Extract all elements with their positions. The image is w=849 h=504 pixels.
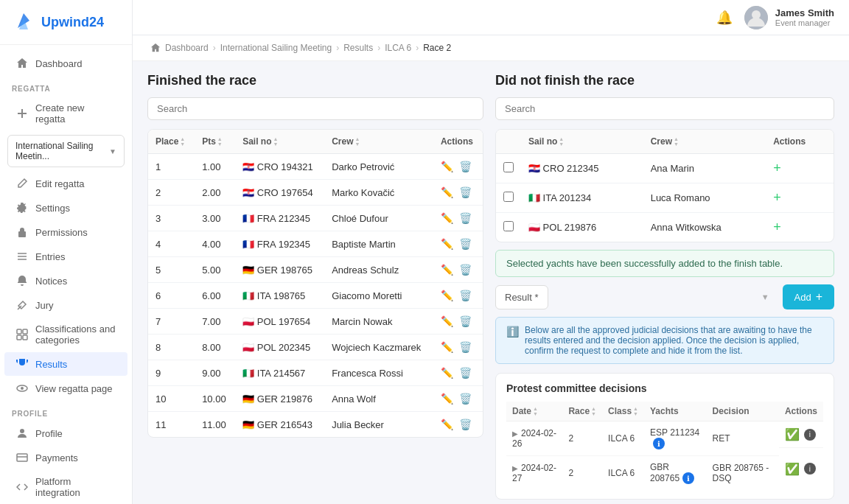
cell-actions: ✏️ 🗑️ xyxy=(433,206,483,231)
delete-button[interactable]: 🗑️ xyxy=(459,238,472,250)
add-to-finish-button[interactable]: + xyxy=(773,161,781,175)
edit-button[interactable]: ✏️ xyxy=(441,419,453,430)
cell-crew: Anna Wolf xyxy=(324,386,433,412)
cell-crew: Andreas Schulz xyxy=(324,257,433,283)
sidebar-item-jury[interactable]: Jury xyxy=(4,293,127,317)
sidebar-item-notices[interactable]: Notices xyxy=(4,269,127,293)
sidebar-item-profile[interactable]: Profile xyxy=(4,421,127,445)
sidebar-item-platform[interactable]: Platform integration xyxy=(4,470,127,504)
delete-button[interactable]: 🗑️ xyxy=(459,161,472,172)
delete-button[interactable]: 🗑️ xyxy=(459,419,472,430)
add-to-finish-button[interactable]: + xyxy=(773,190,781,205)
expand-icon[interactable]: ▶ xyxy=(512,464,518,472)
sidebar-item-entries[interactable]: Entries xyxy=(4,245,127,268)
delete-button[interactable]: 🗑️ xyxy=(459,290,472,301)
sidebar-item-dashboard-label: Dashboard xyxy=(35,58,83,69)
sidebar-item-settings[interactable]: Settings xyxy=(4,196,127,220)
finished-title: Finished the race xyxy=(147,73,483,88)
breadcrumb-ilca[interactable]: ILCA 6 xyxy=(385,43,411,53)
delete-button[interactable]: 🗑️ xyxy=(459,341,472,353)
edit-button[interactable]: ✏️ xyxy=(441,264,453,276)
table-row: 8 8.00 🇵🇱 POL 202345 Wojciech Kaczmarek … xyxy=(148,335,483,360)
sidebar-item-notices-label: Notices xyxy=(35,276,67,287)
dnf-col-crew: Crew ▲▼ xyxy=(643,130,766,154)
sidebar-item-create-regatta[interactable]: Create new regatta xyxy=(4,97,127,130)
sidebar-item-jury-label: Jury xyxy=(35,300,54,311)
cell-actions: ✏️ 🗑️ xyxy=(433,154,483,180)
delete-button[interactable]: 🗑️ xyxy=(459,186,472,198)
info-button[interactable]: i xyxy=(804,463,816,475)
add-to-finish-button[interactable]: + xyxy=(773,220,781,234)
cell-crew: Marcin Nowak xyxy=(324,309,433,335)
edit-button[interactable]: ✏️ xyxy=(441,186,453,198)
delete-button[interactable]: 🗑️ xyxy=(459,393,472,405)
sidebar-item-results[interactable]: Results xyxy=(4,352,127,376)
sidebar-item-classifications[interactable]: Classifications and categories xyxy=(4,318,127,351)
delete-button[interactable]: 🗑️ xyxy=(459,367,472,379)
sidebar-item-view-regatta[interactable]: View regatta page xyxy=(4,377,127,400)
dnf-search-input[interactable] xyxy=(495,97,834,120)
cell-place: 11 xyxy=(148,412,195,438)
expand-icon[interactable]: ▶ xyxy=(512,430,518,438)
info-button[interactable]: i xyxy=(804,429,816,441)
flag-icon: 🇮🇹 xyxy=(242,368,254,379)
dnf-title: Did not finish the race xyxy=(495,73,834,88)
finished-search-input[interactable] xyxy=(147,97,483,120)
cell-pts: 8.00 xyxy=(195,335,235,360)
breadcrumb-meeting[interactable]: International Sailing Meeting xyxy=(220,43,332,53)
notification-bell-icon[interactable]: 🔔 xyxy=(716,10,733,26)
cell-pts: 11.00 xyxy=(195,412,235,438)
delete-button[interactable]: 🗑️ xyxy=(459,212,472,224)
sidebar-item-edit-regatta[interactable]: Edit regatta xyxy=(4,172,127,195)
user-menu[interactable]: James Smith Event manager xyxy=(744,6,834,29)
cell-actions: ✏️ 🗑️ xyxy=(433,412,483,438)
flag-icon: 🇵🇱 xyxy=(528,222,540,233)
user-info: James Smith Event manager xyxy=(775,7,834,27)
edit-icon xyxy=(16,178,28,189)
dnf-table-wrap: Sail no ▲▼ Crew ▲▼ Actions 🇭🇷 CRO 212345… xyxy=(495,129,834,242)
row-checkbox[interactable] xyxy=(503,192,514,202)
protest-row: ▶2024-02-26 2 ILCA 6 ESP 211234ℹ RET ✅ i xyxy=(506,421,823,456)
cell-crew: Francesca Rossi xyxy=(324,360,433,386)
protest-col-race: Race ▲▼ xyxy=(562,402,602,421)
result-select[interactable]: Result * xyxy=(495,285,548,309)
edit-button[interactable]: ✏️ xyxy=(441,393,453,405)
cell-sail: 🇭🇷 CRO 197654 xyxy=(235,180,324,206)
protest-col-decision: Decision xyxy=(707,402,779,421)
flag-icon: 🇭🇷 xyxy=(528,163,540,174)
col-place: Place ▲▼ xyxy=(148,130,195,154)
table-row: 4 4.00 🇫🇷 FRA 192345 Baptiste Martin ✏️ … xyxy=(148,231,483,257)
plus-icon xyxy=(16,108,28,119)
sidebar-item-permissions[interactable]: Permissions xyxy=(4,220,127,244)
sidebar-item-dashboard[interactable]: Dashboard xyxy=(4,52,127,75)
breadcrumb-dashboard[interactable]: Dashboard xyxy=(165,43,209,53)
edit-button[interactable]: ✏️ xyxy=(441,212,453,224)
cell-checkbox xyxy=(496,213,521,242)
breadcrumb-results[interactable]: Results xyxy=(343,43,373,53)
table-row: 1 1.00 🇭🇷 CRO 194321 Darko Petrović ✏️ 🗑… xyxy=(148,154,483,180)
row-checkbox[interactable] xyxy=(503,221,514,231)
sidebar-item-platform-label: Platform integration xyxy=(35,476,116,498)
edit-button[interactable]: ✏️ xyxy=(441,161,453,172)
edit-button[interactable]: ✏️ xyxy=(441,341,453,353)
row-checkbox[interactable] xyxy=(503,162,514,172)
cell-crew: Giacomo Moretti xyxy=(324,283,433,309)
cell-actions: ✏️ 🗑️ xyxy=(433,283,483,309)
edit-button[interactable]: ✏️ xyxy=(441,238,453,250)
delete-button[interactable]: 🗑️ xyxy=(459,315,472,327)
edit-button[interactable]: ✏️ xyxy=(441,367,453,379)
cell-pts: 6.00 xyxy=(195,283,235,309)
sidebar-item-payments[interactable]: Payments xyxy=(4,446,127,469)
delete-button[interactable]: 🗑️ xyxy=(459,264,472,276)
finished-table-wrap: Place ▲▼ Pts ▲▼ Sail no ▲▼ Crew ▲▼ Actio… xyxy=(147,129,483,438)
add-button[interactable]: Add + xyxy=(783,284,834,309)
regatta-dropdown[interactable]: International Sailing Meetin... ▼ xyxy=(7,135,125,167)
edit-button[interactable]: ✏️ xyxy=(441,315,453,327)
info-text: Below are all the approved judicial deci… xyxy=(525,325,823,356)
cell-crew: Julia Becker xyxy=(324,412,433,438)
approve-button[interactable]: ✅ xyxy=(785,462,800,476)
edit-button[interactable]: ✏️ xyxy=(441,290,453,301)
cell-actions: ✏️ 🗑️ xyxy=(433,257,483,283)
approve-button[interactable]: ✅ xyxy=(785,427,800,441)
cell-crew: Anna Witkowska xyxy=(643,213,766,242)
